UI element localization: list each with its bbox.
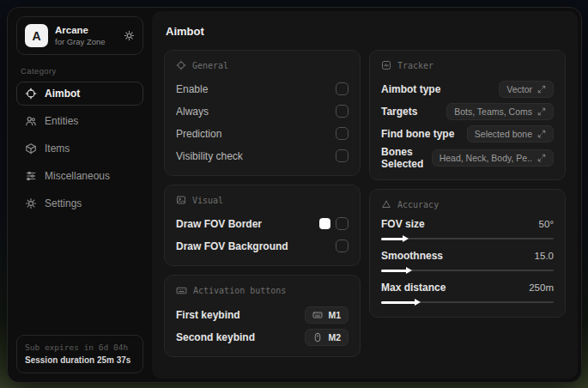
image-icon: [176, 195, 186, 205]
mouse-icon: [312, 332, 323, 343]
panel-activation: Activation buttons First keybindM1Second…: [164, 275, 361, 357]
row-label: Bones Selected: [381, 146, 432, 170]
checkbox[interactable]: [336, 127, 349, 140]
panel-tracker: Tracker Aimbot typeVectorTargetsBots, Te…: [369, 50, 566, 180]
panel-general: General EnableAlwaysPredictionVisibility…: [164, 50, 361, 176]
sidebar-item-label: Miscellaneous: [45, 170, 110, 182]
gear-icon[interactable]: [124, 30, 135, 41]
checkbox[interactable]: [336, 217, 349, 230]
subscription-info: Sub expires in 6d 04h Session duration 2…: [16, 335, 143, 373]
sidebar-item-label: Items: [45, 142, 70, 155]
brand-logo: A: [25, 24, 48, 47]
keyboard-icon: [176, 285, 187, 296]
slider-thumb[interactable]: [403, 235, 409, 242]
slider-fill: [381, 270, 407, 272]
keyboard-icon: [312, 310, 323, 320]
right-column: Tracker Aimbot typeVectorTargetsBots, Te…: [369, 50, 566, 318]
brand-name: Arcane: [55, 24, 117, 36]
panel-general-title: General: [192, 61, 228, 70]
brand-meta: Arcane for Gray Zone: [55, 24, 117, 46]
dropdown-row: Find bone typeSelected bone: [381, 124, 554, 143]
crosshair-icon: [176, 60, 186, 70]
sidebar-item-aimbot[interactable]: Aimbot: [16, 82, 143, 106]
dropdown-row: Aimbot typeVector: [381, 79, 554, 99]
sidebar-item-miscellaneous[interactable]: Miscellaneous: [16, 164, 143, 188]
color-swatch[interactable]: [319, 218, 330, 229]
keybind-button[interactable]: M1: [305, 306, 349, 324]
triangle-icon: [381, 199, 391, 209]
items-icon: [25, 142, 37, 155]
slider-row: Max distance250m: [381, 282, 554, 307]
keybind-button[interactable]: M2: [305, 329, 349, 346]
slider-thumb[interactable]: [406, 267, 412, 274]
sidebar-item-entities[interactable]: Entities: [16, 109, 143, 133]
checkbox[interactable]: [336, 82, 349, 95]
row-label: Visibility check: [176, 150, 243, 162]
dropdown-row: Bones SelectedHead, Neck, Body, Pe..: [381, 146, 554, 170]
session-duration-text: Session duration 25m 37s: [25, 354, 135, 367]
toggle-row: Draw FOV Border: [176, 214, 349, 233]
row-label: Max distance: [381, 282, 446, 294]
panel-tracker-title: Tracker: [397, 61, 433, 70]
sidebar-item-label: Entities: [45, 115, 78, 127]
scan-icon: [381, 60, 391, 70]
toggle-row: Always: [176, 101, 349, 121]
slider[interactable]: [381, 265, 554, 276]
slider[interactable]: [381, 233, 554, 244]
expand-icon: [537, 130, 546, 138]
entities-icon: [25, 115, 37, 127]
checkbox[interactable]: [336, 149, 349, 162]
gear-icon: [25, 197, 37, 209]
toggle-row: Prediction: [176, 124, 349, 143]
panel-visual-header: Visual: [176, 195, 349, 205]
panel-accuracy-header: Accuracy: [381, 199, 554, 209]
panel-activation-header: Activation buttons: [176, 285, 349, 296]
dropdown-button[interactable]: Selected bone: [467, 125, 554, 142]
dropdown-button[interactable]: Bots, Teams, Coms: [446, 103, 554, 120]
slider-value: 15.0: [535, 251, 554, 261]
dropdown-row: TargetsBots, Teams, Coms: [381, 101, 554, 121]
toggle-controls: [319, 217, 349, 230]
checkbox[interactable]: [336, 105, 349, 118]
sidebar-spacer: [16, 215, 143, 335]
row-label: Second keybind: [176, 331, 255, 343]
slider-value: 250m: [529, 282, 554, 293]
checkbox[interactable]: [336, 239, 349, 252]
row-label: FOV size: [381, 218, 425, 230]
slider[interactable]: [381, 297, 554, 307]
dropdown-value: Bots, Teams, Coms: [454, 106, 532, 117]
main-content: Aimbot General EnableAlwaysPredictionVis…: [152, 11, 578, 379]
toggle-row: Draw FOV Background: [176, 236, 349, 256]
app-window: A Arcane for Gray Zone Category AimbotEn…: [7, 7, 582, 383]
sidebar-item-settings[interactable]: Settings: [16, 191, 143, 215]
sliders-icon: [25, 170, 37, 182]
slider-fill: [381, 301, 415, 304]
dropdown-button[interactable]: Head, Neck, Body, Pe..: [432, 149, 554, 167]
slider-thumb[interactable]: [415, 299, 421, 306]
panel-activation-title: Activation buttons: [193, 286, 286, 295]
dropdown-button[interactable]: Vector: [499, 81, 554, 98]
category-label: Category: [21, 66, 139, 76]
sidebar-item-label: Aimbot: [45, 88, 80, 100]
sub-expires-text: Sub expires in 6d 04h: [25, 342, 135, 354]
row-label: Smoothness: [381, 250, 443, 262]
sidebar-item-label: Settings: [45, 197, 82, 209]
keybind-value: M1: [328, 310, 341, 320]
row-label: Draw FOV Border: [176, 218, 262, 230]
row-label: Aimbot type: [381, 83, 440, 95]
dropdown-value: Vector: [506, 84, 532, 94]
slider-row: Smoothness15.0: [381, 250, 554, 276]
panel-general-header: General: [176, 60, 349, 70]
expand-icon: [537, 107, 546, 116]
panel-visual-title: Visual: [192, 196, 223, 205]
sidebar-item-items[interactable]: Items: [16, 136, 143, 161]
row-label: Enable: [176, 83, 208, 95]
expand-icon: [537, 85, 546, 94]
dropdown-value: Head, Neck, Body, Pe..: [439, 153, 532, 163]
panel-accuracy: Accuracy FOV size50°Smoothness15.0Max di…: [369, 189, 566, 318]
row-label: Targets: [381, 106, 417, 118]
slider-value: 50°: [539, 219, 554, 229]
slider-row: FOV size50°: [381, 218, 554, 244]
dropdown-value: Selected bone: [475, 129, 532, 139]
expand-icon: [537, 154, 546, 162]
